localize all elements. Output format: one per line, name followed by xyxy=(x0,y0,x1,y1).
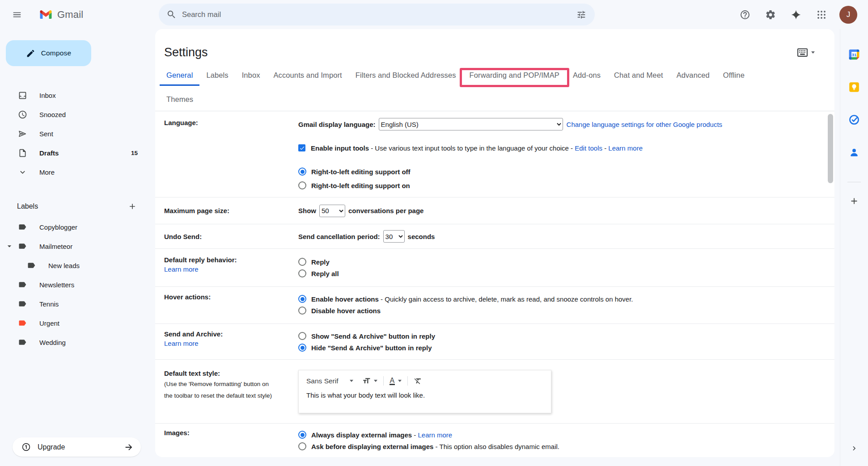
rtl-off-radio[interactable] xyxy=(298,168,306,176)
tab-chat-and-meet[interactable]: Chat and Meet xyxy=(607,67,670,86)
cancellation-period-select[interactable]: 30 xyxy=(383,230,405,243)
sidebar-item-sent[interactable]: Sent xyxy=(0,125,148,143)
gemini-button[interactable] xyxy=(787,6,805,24)
text-color-selector[interactable]: A xyxy=(390,377,402,385)
sidebar-item-inbox[interactable]: Inbox xyxy=(0,86,148,104)
hide-send-archive-label: Hide "Send & Archive" button in reply xyxy=(311,344,432,352)
sidebar-item-label: Snoozed xyxy=(39,111,66,118)
tab-inbox[interactable]: Inbox xyxy=(235,67,267,86)
ask-before-images-radio[interactable] xyxy=(298,442,306,450)
create-label-button[interactable] xyxy=(125,199,140,214)
show-send-archive-radio[interactable] xyxy=(298,332,306,340)
google-apps-button[interactable] xyxy=(813,6,830,24)
gmail-logo[interactable]: Gmail xyxy=(38,9,83,21)
row-label-images: Images: xyxy=(164,429,190,437)
sidebar-item-drafts[interactable]: Drafts15 xyxy=(0,144,148,162)
tab-labels[interactable]: Labels xyxy=(199,67,235,86)
tab-general[interactable]: General xyxy=(160,67,199,86)
toolbar-divider xyxy=(407,376,408,386)
get-add-ons-button[interactable] xyxy=(847,194,861,208)
tab-forwarding-and-pop-imap[interactable]: Forwarding and POP/IMAP xyxy=(463,67,566,86)
scrollbar-thumb[interactable] xyxy=(828,114,833,183)
always-display-images-label: Always display external images xyxy=(311,431,412,439)
rtl-on-radio[interactable] xyxy=(298,181,306,189)
enable-hover-actions-radio[interactable] xyxy=(298,295,306,303)
display-language-select[interactable]: English (US) xyxy=(379,118,563,130)
upgrade-button[interactable]: Upgrade xyxy=(13,437,141,457)
tab-add-ons[interactable]: Add-ons xyxy=(566,67,607,86)
settings-row-default-reply: Default reply behavior: Learn more Reply… xyxy=(155,248,834,286)
labels-header: Labels xyxy=(0,199,148,214)
images-learn-more-link[interactable]: Learn more xyxy=(418,431,452,439)
reply-learn-more-link[interactable]: Learn more xyxy=(164,265,199,273)
tab-label: Accounts and Import xyxy=(274,71,342,79)
sidebar-item-label: Sent xyxy=(39,130,53,138)
contacts-icon[interactable] xyxy=(848,147,860,158)
search-button[interactable] xyxy=(161,5,181,25)
sidebar-label-tennis[interactable]: Tennis xyxy=(0,295,148,313)
tasks-icon[interactable] xyxy=(848,114,860,126)
edit-tools-link[interactable]: Edit tools xyxy=(575,144,602,152)
enable-input-tools-checkbox[interactable] xyxy=(298,144,305,151)
tab-themes[interactable]: Themes xyxy=(160,86,200,111)
change-language-link[interactable]: Change language settings for other Googl… xyxy=(567,121,723,128)
inbox-icon xyxy=(17,90,28,101)
sidebar-label-new-leads[interactable]: New leads xyxy=(0,256,148,274)
search-input[interactable]: Search mail xyxy=(182,10,572,19)
sidebar-label-urgent[interactable]: Urgent xyxy=(0,314,148,332)
help-icon xyxy=(740,9,750,20)
font-size-selector[interactable] xyxy=(362,377,377,385)
tab-accounts-and-import[interactable]: Accounts and Import xyxy=(267,67,349,86)
search-bar[interactable]: Search mail xyxy=(159,4,595,25)
account-avatar[interactable]: J xyxy=(839,6,857,24)
expand-arrow-icon[interactable] xyxy=(5,242,14,251)
tab-advanced[interactable]: Advanced xyxy=(670,67,716,86)
enable-hover-actions-label: Enable hover actions xyxy=(311,295,379,303)
hide-send-archive-radio[interactable] xyxy=(298,344,306,352)
disable-hover-actions-radio[interactable] xyxy=(298,306,306,315)
tab-label: Labels xyxy=(206,71,228,79)
send-archive-learn-more-link[interactable]: Learn more xyxy=(164,340,199,347)
font-family-value: Sans Serif xyxy=(306,377,339,385)
input-tools-learn-more-link[interactable]: Learn more xyxy=(608,144,643,152)
row-label-text-style: Default text style: xyxy=(164,369,220,377)
sidebar-label-mailmeteor[interactable]: Mailmeteor xyxy=(0,237,148,255)
compose-button[interactable]: Compose xyxy=(6,40,91,66)
help-button[interactable] xyxy=(736,6,754,24)
plus-icon xyxy=(128,202,137,211)
sidebar-item-more[interactable]: More xyxy=(0,163,148,181)
hide-side-panel-button[interactable] xyxy=(847,441,861,455)
hamburger-menu-button[interactable] xyxy=(6,4,28,25)
text-style-preview: This is what your body text will look li… xyxy=(299,386,551,399)
settings-tabs-row2: Themes xyxy=(160,86,834,111)
tag-icon xyxy=(17,298,28,309)
sidebar-label-copyblogger[interactable]: Copyblogger xyxy=(0,218,148,236)
sidebar-label-wedding[interactable]: Wedding xyxy=(0,333,148,351)
sidebar-label-text: New leads xyxy=(48,262,80,269)
remove-formatting-button[interactable] xyxy=(414,377,422,385)
tab-label: Advanced xyxy=(677,71,710,79)
reply-all-radio[interactable] xyxy=(298,269,306,277)
font-family-selector[interactable]: Sans Serif xyxy=(306,377,353,385)
tab-filters-and-blocked-addresses[interactable]: Filters and Blocked Addresses xyxy=(349,67,463,86)
page-size-select[interactable]: 50 xyxy=(319,205,345,217)
search-options-button[interactable] xyxy=(572,5,591,25)
sidebar-label-text: Urgent xyxy=(39,319,59,327)
sidebar-item-snoozed[interactable]: Snoozed xyxy=(0,105,148,123)
display-language-label: Gmail display language: xyxy=(298,121,376,128)
calendar-icon[interactable]: 31 xyxy=(848,49,860,60)
gear-icon xyxy=(765,9,776,20)
sidebar-label-newsletters[interactable]: Newsletters xyxy=(0,276,148,294)
input-tools-description: - Use various text input tools to type i… xyxy=(369,144,575,152)
tab-offline[interactable]: Offline xyxy=(716,67,751,86)
input-method-selector[interactable] xyxy=(797,48,815,57)
always-display-images-radio[interactable] xyxy=(298,431,306,439)
sidebar-label-text: Tennis xyxy=(39,300,59,308)
toolbar-divider xyxy=(383,376,384,386)
reply-radio[interactable] xyxy=(298,258,306,266)
pencil-icon xyxy=(26,49,35,58)
settings-button[interactable] xyxy=(762,6,779,24)
settings-row-default-text-style: Default text style: (Use the 'Remove for… xyxy=(155,359,834,423)
keep-icon[interactable] xyxy=(848,81,860,93)
seconds-label: seconds xyxy=(408,233,435,240)
